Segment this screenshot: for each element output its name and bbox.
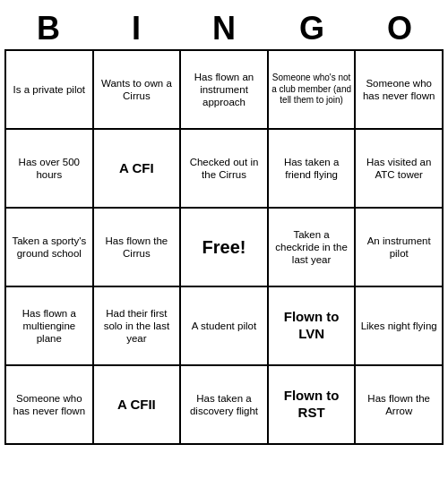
bingo-cell-24: Has flown the Arrow — [356, 366, 444, 445]
bingo-cell-3: Someone who's not a club member (and tel… — [269, 51, 357, 130]
bingo-cell-16: Had their first solo in the last year — [94, 287, 182, 366]
bingo-cell-19: Likes night flying — [356, 287, 444, 366]
bingo-grid: Is a private pilotWants to own a CirrusH… — [4, 49, 444, 445]
bingo-cell-20: Someone who has never flown — [6, 366, 94, 445]
bingo-cell-4: Someone who has never flown — [356, 51, 444, 130]
bingo-cell-22: Has taken a discovery flight — [181, 366, 269, 445]
bingo-cell-2: Has flown an instrument approach — [181, 51, 269, 130]
bingo-cell-1: Wants to own a Cirrus — [94, 51, 182, 130]
bingo-cell-7: Checked out in the Cirrus — [181, 130, 269, 209]
bingo-cell-21: A CFII — [94, 366, 182, 445]
bingo-cell-14: An instrument pilot — [356, 209, 444, 287]
bingo-cell-11: Has flown the Cirrus — [94, 209, 182, 287]
bingo-cell-5: Has over 500 hours — [6, 130, 94, 209]
bingo-letter-B: B — [4, 7, 92, 49]
bingo-cell-8: Has taken a friend flying — [269, 130, 357, 209]
bingo-letter-O: O — [356, 7, 444, 49]
bingo-cell-23: Flown to RST — [269, 366, 357, 445]
bingo-cell-9: Has visited an ATC tower — [356, 130, 444, 209]
bingo-cell-10: Taken a sporty's ground school — [6, 209, 94, 287]
bingo-cell-18: Flown to LVN — [269, 287, 357, 366]
bingo-cell-6: A CFI — [94, 130, 182, 209]
bingo-letter-N: N — [180, 7, 268, 49]
bingo-header: BINGO — [4, 7, 444, 49]
bingo-cell-12: Free! — [181, 209, 269, 287]
bingo-letter-I: I — [92, 7, 180, 49]
bingo-letter-G: G — [268, 7, 356, 49]
bingo-card: BINGO Is a private pilotWants to own a C… — [4, 7, 444, 445]
bingo-cell-0: Is a private pilot — [6, 51, 94, 130]
bingo-cell-15: Has flown a multiengine plane — [6, 287, 94, 366]
bingo-cell-13: Taken a checkride in the last year — [269, 209, 357, 287]
bingo-cell-17: A student pilot — [181, 287, 269, 366]
